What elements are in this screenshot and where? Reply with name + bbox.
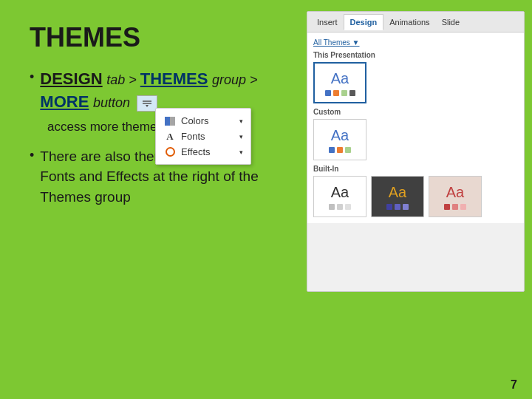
ppt-ribbon: Insert Design Animations Slide <box>307 12 524 33</box>
svg-marker-2 <box>146 105 149 107</box>
ppt-content: All Themes ▼ This Presentation Aa Custom <box>307 33 524 223</box>
colors-menu-item[interactable]: Colors ▾ <box>163 113 243 129</box>
bullet-1-text: DESIGN tab > THEMES group > MORE button <box>40 68 288 114</box>
tab-text: tab > <box>106 72 140 87</box>
tab-slide[interactable]: Slide <box>436 15 466 30</box>
theme-dots-b1 <box>329 204 351 210</box>
bullet-dot-2: • <box>30 148 34 163</box>
colors-arrow: ▾ <box>239 117 243 125</box>
this-presentation-themes: Aa <box>313 62 518 103</box>
effects-menu-item[interactable]: Effects ▾ <box>163 144 243 160</box>
section-custom: Custom <box>313 108 518 116</box>
theme-aa-b1: Aa <box>331 184 349 201</box>
theme-aa-b3: Aa <box>446 184 464 201</box>
theme-dots-b2 <box>386 204 409 210</box>
page-title: THEMES <box>30 22 288 53</box>
themes-label: THEMES <box>140 69 208 88</box>
theme-card-builtin2[interactable]: Aa <box>371 176 424 217</box>
slide-background: THEMES • DESIGN tab > THEMES group > MOR… <box>0 0 532 399</box>
bullet-dot-1: • <box>30 69 34 85</box>
theme-card-custom[interactable]: Aa <box>313 119 366 160</box>
theme-aa-1: Aa <box>331 70 349 87</box>
button-text: button <box>93 95 134 110</box>
tab-insert[interactable]: Insert <box>311 15 344 30</box>
theme-card-builtin1[interactable]: Aa <box>313 176 366 217</box>
theme-aa-b2: Aa <box>389 184 406 201</box>
theme-dots-1 <box>325 90 355 96</box>
theme-dots-custom <box>329 147 351 153</box>
bullet-1-item: • DESIGN tab > THEMES group > MORE butto… <box>30 68 288 114</box>
theme-card-builtin3[interactable]: Aa <box>429 176 482 217</box>
all-themes-row: All Themes ▼ <box>313 38 518 47</box>
fonts-menu-item[interactable]: A Fonts ▾ <box>163 129 243 144</box>
tab-animations[interactable]: Animations <box>383 15 435 30</box>
fonts-icon: A <box>163 132 177 142</box>
tab-design[interactable]: Design <box>344 14 384 30</box>
colors-label: Colors <box>181 115 209 126</box>
effects-icon <box>163 147 177 157</box>
effects-arrow: ▾ <box>239 149 243 156</box>
section-builtin: Built-In <box>313 165 518 173</box>
theme-dots-b3 <box>444 204 466 210</box>
theme-card-current[interactable]: Aa <box>313 62 366 103</box>
more-button[interactable] <box>137 95 157 112</box>
group-text: group > <box>212 72 258 87</box>
builtin-themes: Aa Aa Aa <box>313 176 518 217</box>
ppt-panel: Insert Design Animations Slide All Theme… <box>307 11 525 292</box>
effects-label: Effects <box>181 146 211 157</box>
design-label: DESIGN <box>40 69 102 88</box>
page-number: 7 <box>511 378 517 392</box>
more-label: MORE <box>40 92 89 111</box>
custom-themes: Aa <box>313 119 518 160</box>
fonts-label: Fonts <box>181 131 205 142</box>
fonts-arrow: ▾ <box>239 133 243 140</box>
section-this-presentation: This Presentation <box>313 51 518 59</box>
font-a-symbol: A <box>166 131 173 143</box>
all-themes-label[interactable]: All Themes ▼ <box>313 38 360 47</box>
theme-menu-popup: Colors ▾ A Fonts ▾ Effects ▾ <box>155 108 251 165</box>
colors-icon <box>163 116 177 126</box>
theme-aa-custom: Aa <box>331 127 349 144</box>
